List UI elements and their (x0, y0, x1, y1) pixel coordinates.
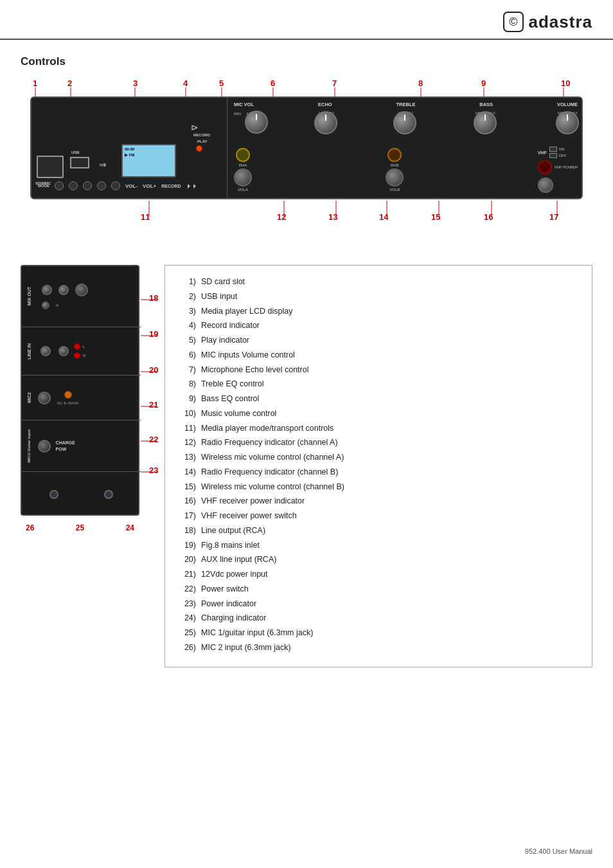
list-num: 25) (178, 627, 196, 639)
list-container: 1)SD card slot2)USB input3)Media player … (178, 276, 579, 654)
sd-card-slot (37, 156, 64, 178)
list-item: 19)Fig.8 mains inlet (178, 539, 579, 552)
list-num: 3) (178, 305, 196, 318)
record-label: RECORD (193, 133, 210, 137)
mic1-knob[interactable] (38, 440, 51, 453)
logo-icon: © (503, 12, 524, 32)
callout-12: 12 (277, 212, 286, 222)
list-item: 20)AUX line input (RCA) (178, 554, 579, 566)
lcd-display: 00:00 ▶ FM (121, 144, 176, 177)
line-in-jack-l (40, 346, 51, 356)
list-num: 9) (178, 393, 196, 405)
list-num: 4) (178, 320, 196, 332)
vhf-on-indicator (549, 147, 557, 152)
list-num: 15) (178, 481, 196, 493)
btn-play[interactable] (111, 181, 120, 190)
play-label: PLAY (197, 140, 207, 143)
list-text: Record indicator (201, 320, 579, 332)
vhf-vol-knob[interactable] (538, 177, 553, 193)
list-num: 17) (178, 510, 196, 522)
list-num: 6) (178, 349, 196, 361)
vhf-power-indicator (538, 160, 552, 174)
btn-vol-minus[interactable] (69, 181, 78, 190)
side-panel-container: MIX OUT N LINE (21, 265, 149, 667)
echo-knob[interactable] (314, 111, 337, 134)
callout-10: 10 (561, 78, 570, 88)
power-led (104, 490, 113, 499)
bass-knob[interactable] (474, 111, 497, 134)
line-in-led-r (74, 352, 80, 359)
list-item: 8)Treble EQ control (178, 378, 579, 390)
callout-6: 6 (271, 78, 275, 88)
side-bottom-nums: 26 25 24 (21, 521, 139, 535)
callout-9: 9 (481, 78, 486, 88)
volb-knob[interactable] (386, 168, 404, 186)
list-num: 24) (178, 612, 196, 624)
volb-label: VOLB (389, 188, 400, 192)
list-num: 26) (178, 642, 196, 654)
list-text: Treble EQ control (201, 378, 579, 390)
vola-knob[interactable] (234, 168, 252, 186)
list-num: 23) (178, 598, 196, 610)
callout-3: 3 (133, 78, 138, 88)
list-num: 11) (178, 422, 196, 435)
mic2-knob[interactable] (38, 392, 51, 404)
volume-label: VOLUME (557, 102, 578, 107)
list-text: Power indicator (201, 598, 579, 610)
vola-label: VOLA (238, 188, 248, 192)
footer: 952.400 User Manual (525, 847, 592, 855)
list-text: Power switch (201, 583, 579, 595)
rfb-indicator (387, 148, 402, 162)
list-text: Microphone Echo level control (201, 364, 579, 376)
treble-knob[interactable] (393, 111, 416, 134)
list-text: MIC 1/guitar input (6.3mm jack) (201, 627, 579, 639)
logo-text: adastra (529, 12, 593, 32)
list-text: Media player mode/transport controls (201, 422, 579, 435)
callout-14: 14 (379, 212, 388, 222)
btn-vol-plus[interactable] (83, 181, 92, 190)
vhf-label: VHF (538, 150, 547, 155)
mix-out-jack-2 (58, 285, 69, 295)
header: © adastra (0, 0, 613, 40)
list-num: 19) (178, 539, 196, 552)
list-item: 18)Line output (RCA) (178, 525, 579, 537)
list-num: 14) (178, 466, 196, 478)
bass-label: BASS (479, 102, 493, 107)
section-title: Controls (21, 55, 592, 68)
list-item: 21)12Vdc power input (178, 568, 579, 581)
btn-mode[interactable] (55, 181, 64, 190)
main-content: Controls 1 2 3 4 5 6 7 8 9 10 SD/MMC USB… (0, 40, 613, 688)
list-text: Fig.8 mains inlet (201, 539, 579, 552)
rhb-label: RHB (391, 163, 399, 167)
list-text: Music volume control (201, 408, 579, 420)
list-text: Radio Frequency indicator (channel B) (201, 466, 579, 478)
list-item: 26)MIC 2 input (6.3mm jack) (178, 642, 579, 654)
list-num: 2) (178, 291, 196, 303)
mic-vol-knob[interactable] (245, 111, 268, 134)
list-item: 6)MIC inputs Volume control (178, 349, 579, 361)
list-item: 14)Radio Frequency indicator (channel B) (178, 466, 579, 478)
btn-record[interactable] (97, 181, 106, 190)
list-num: 5) (178, 334, 196, 347)
list-item: 24)Charging indicator (178, 612, 579, 624)
list-text: Play indicator (201, 334, 579, 347)
svg-text:©: © (509, 15, 517, 28)
list-text: SD card slot (201, 276, 579, 288)
logo: © adastra (503, 12, 593, 32)
volume-knob[interactable] (556, 111, 579, 134)
list-item: 11)Media player mode/transport controls (178, 422, 579, 435)
list-item: 9)Bass EQ control (178, 393, 579, 405)
mode-label: MODE (38, 184, 49, 188)
line-in-label: LINE IN (27, 343, 31, 359)
footer-text: 952.400 User Manual (525, 847, 592, 855)
list-text: Radio Frequency indicator (channel A) (201, 437, 579, 449)
mic-vol-label: MIC VOL (234, 102, 254, 107)
rha-label: RHA (239, 163, 247, 167)
callout-24: 24 (126, 523, 134, 532)
list-item: 7)Microphone Echo level control (178, 364, 579, 376)
list-num: 13) (178, 451, 196, 464)
list-item: 4)Record indicator (178, 320, 579, 332)
vhf-off-indicator (549, 153, 557, 158)
callout-8: 8 (418, 78, 423, 88)
list-item: 25)MIC 1/guitar input (6.3mm jack) (178, 627, 579, 639)
